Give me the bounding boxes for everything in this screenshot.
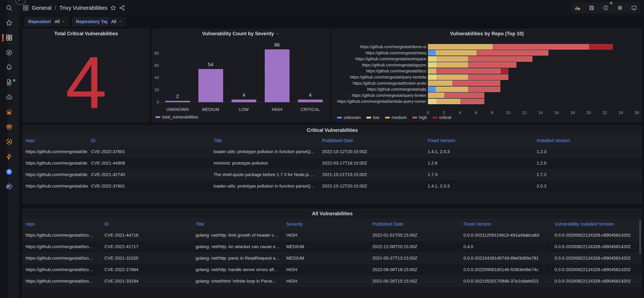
- table-scrollbar[interactable]: [639, 220, 641, 254]
- panel-title[interactable]: Critical Vulnerabilities: [23, 126, 642, 135]
- legend-item-critical[interactable]: critical: [433, 115, 452, 120]
- sidebar-item-search[interactable]: [5, 5, 13, 12]
- repo-bar-segment-medium[interactable]: [436, 56, 468, 62]
- repo-bar-segment-high[interactable]: [436, 68, 500, 74]
- repo-bar-segment-high[interactable]: [492, 44, 589, 50]
- repo-bar-segment-unknown[interactable]: [428, 87, 436, 92]
- sidebar-item-incident[interactable]: [5, 109, 13, 116]
- repo-bar-segment-high[interactable]: [444, 93, 484, 98]
- legend-item-medium[interactable]: medium: [385, 115, 407, 120]
- table-header-cell[interactable]: Installed Version: [534, 135, 642, 146]
- severity-bar-critical[interactable]: [298, 100, 323, 102]
- star-dashboard-icon[interactable]: [110, 5, 116, 11]
- repo-bar-segment-high[interactable]: [452, 80, 500, 86]
- table-header-cell[interactable]: Published Date: [370, 219, 461, 229]
- severity-bar-high[interactable]: [265, 49, 290, 102]
- x-axis-line: [161, 102, 327, 102]
- sidebar-item-machine-learning[interactable]: [5, 124, 13, 131]
- repositories-filter-dropdown[interactable]: All: [51, 17, 69, 26]
- sidebar-item-performance[interactable]: [5, 153, 13, 161]
- sidebar-item-kubernetes[interactable]: [5, 168, 13, 176]
- panel-title[interactable]: Total Critical Vulnerabilities: [23, 29, 150, 38]
- repo-bar-segment-high[interactable]: [468, 74, 508, 80]
- severity-bar-medium[interactable]: [198, 69, 223, 102]
- repository-tags-filter-dropdown[interactable]: All: [108, 17, 126, 26]
- document-icon: [6, 79, 12, 86]
- table-row-empty: [23, 287, 642, 298]
- sidebar-item-oncall[interactable]: [5, 138, 13, 146]
- table-header-cell[interactable]: Fixed Version: [425, 135, 534, 146]
- repo-bar-segment-high[interactable]: [460, 99, 484, 104]
- table-cell: 2.0.2: [534, 180, 642, 192]
- table-header-cell[interactable]: ID: [102, 219, 193, 229]
- repo-bar-segment-low[interactable]: [428, 99, 436, 104]
- x-axis-category-label: LOW: [239, 107, 249, 112]
- panel-title[interactable]: All Vulnerabilities: [23, 209, 642, 218]
- breadcrumb-folder[interactable]: General: [32, 5, 52, 11]
- legend-item-high[interactable]: high: [412, 115, 427, 120]
- legend-item-total-vulnerabilities[interactable]: total_vulnerabilities: [156, 115, 198, 120]
- total-critical-value: 4: [23, 43, 150, 122]
- table-header-cell[interactable]: repo: [23, 219, 102, 229]
- repo-axis-label: https://github.com/mergestat/lambda-quer…: [332, 99, 426, 104]
- repo-bar-segment-critical[interactable]: [500, 68, 508, 74]
- table-header-cell[interactable]: repo: [23, 135, 88, 146]
- repo-bar-segment-high[interactable]: [476, 50, 548, 56]
- dashboard-settings-button[interactable]: [614, 3, 626, 13]
- repo-bar-segment-medium[interactable]: [428, 68, 436, 74]
- sidebar-item-documentation[interactable]: [5, 79, 13, 86]
- sidebar-item-explore[interactable]: [5, 49, 13, 57]
- green-status-dot: [13, 79, 16, 82]
- repo-bar-segment-high[interactable]: [468, 87, 500, 92]
- sidebar-item-cloud-alerts[interactable]: [5, 94, 13, 101]
- add-panel-button[interactable]: [572, 3, 583, 13]
- sidebar-item-alerting[interactable]: [5, 64, 13, 71]
- severity-bar-low[interactable]: [232, 100, 256, 102]
- chart-legend: unknownlowmediumhighcritical: [337, 115, 451, 120]
- repo-bar-segment-medium[interactable]: [436, 62, 468, 68]
- repo-bar-segment-medium[interactable]: [436, 50, 476, 56]
- repo-bar-segment-critical[interactable]: [589, 44, 613, 50]
- table-cell: 0.0.0-20210428140749-89ef3d95e781: [461, 252, 552, 264]
- repo-bar-segment-medium[interactable]: [428, 44, 492, 50]
- repo-bar-segment-medium[interactable]: [436, 87, 468, 92]
- save-dashboard-button[interactable]: [586, 3, 598, 13]
- repo-bar-segment-high[interactable]: [468, 56, 532, 62]
- table-header-row: repoIDTitleSeverityPublished DateFixed V…: [23, 219, 642, 229]
- table-header-row: repoIDTitlePublished DateFixed VersionIn…: [23, 135, 642, 146]
- sidebar-item-dashboards[interactable]: [5, 34, 13, 42]
- table-header-cell[interactable]: ID: [88, 135, 211, 146]
- severity-bar-unknown[interactable]: [165, 101, 190, 102]
- sidebar-item-starred[interactable]: [5, 19, 13, 27]
- table-cell: 2021-05-26T15:15:00Z: [370, 275, 461, 287]
- legend-item-low[interactable]: low: [366, 115, 380, 120]
- repo-bar-segment-medium[interactable]: [428, 80, 452, 86]
- legend-item-unknown[interactable]: unknown: [337, 115, 361, 120]
- repo-bar-segment-medium[interactable]: [436, 74, 468, 80]
- repo-bar-segment-low[interactable]: [428, 56, 436, 62]
- table-header-cell[interactable]: Fixed Version: [461, 219, 552, 229]
- repo-bar-segment-unknown[interactable]: [428, 50, 436, 56]
- y-axis-tick: 40: [152, 75, 159, 80]
- repo-bar-segment-high[interactable]: [468, 62, 516, 68]
- table-cell: 1.4.1, 2.0.3: [425, 180, 534, 192]
- table-header-cell[interactable]: Severity: [284, 219, 370, 229]
- info-icon: [603, 5, 608, 11]
- dashboard-insights-button[interactable]: [600, 3, 612, 13]
- legend-swatch: [337, 117, 342, 119]
- table-header-cell[interactable]: Published Date: [319, 135, 425, 146]
- table-header-cell[interactable]: Title: [193, 219, 284, 229]
- x-axis-category-label: MEDIUM: [202, 107, 219, 112]
- share-dashboard-icon[interactable]: [119, 5, 125, 11]
- repo-bar-segment-medium[interactable]: [428, 93, 444, 98]
- y-axis-tick: 20: [152, 88, 159, 92]
- sidebar-item-synthetic-monitoring[interactable]: [5, 183, 13, 191]
- repo-bar-segment-medium[interactable]: [436, 99, 460, 104]
- cycle-view-mode-button[interactable]: [628, 3, 640, 13]
- repo-bar-segment-low[interactable]: [428, 62, 436, 68]
- repo-bar-segment-low[interactable]: [428, 74, 436, 80]
- table-cell: golang: net/http: panic in ReadRequest a…: [193, 252, 284, 264]
- table-header-cell[interactable]: Vulnerability Installed Version: [552, 219, 642, 229]
- table-header-cell[interactable]: Title: [211, 135, 319, 146]
- chevron-down-icon: [62, 19, 65, 24]
